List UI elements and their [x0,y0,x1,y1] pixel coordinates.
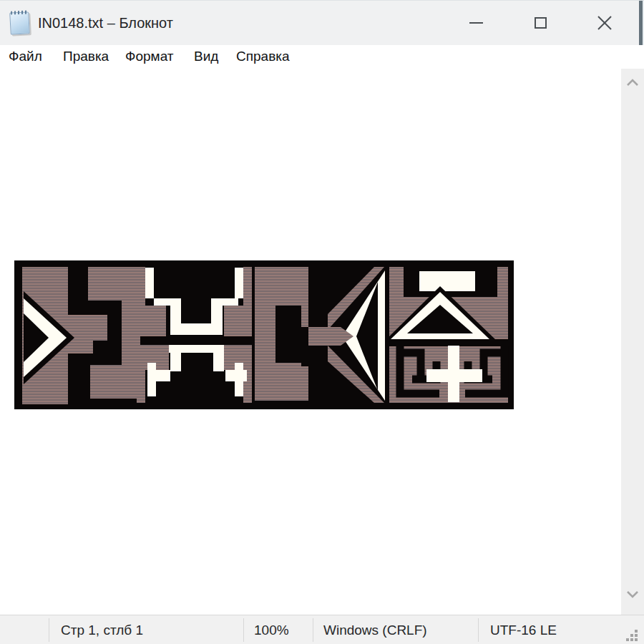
notepad-window: IN0148.txt – Блокнот Файл Правка Формат … [0,0,644,644]
status-divider [478,618,479,642]
status-divider [243,618,244,642]
titlebar[interactable]: IN0148.txt – Блокнот [0,1,644,45]
status-divider [313,618,313,642]
chevron-up-icon [626,79,639,87]
minimize-button[interactable] [444,1,508,45]
status-cursor-position: Стр 1, стлб 1 [61,615,143,644]
status-zoom-level: 100% [254,615,289,644]
close-button[interactable] [572,1,637,45]
menu-help[interactable]: Справка [235,45,291,69]
window-title: IN0148.txt – Блокнот [38,15,173,31]
resize-grip-icon[interactable] [625,629,639,643]
maximize-button[interactable] [508,1,572,45]
window-controls [444,1,637,45]
status-encoding: UTF-16 LE [490,615,557,644]
vertical-scrollbar[interactable] [621,69,644,615]
menu-edit[interactable]: Правка [62,45,110,69]
close-icon [597,16,612,30]
scroll-down-button[interactable] [621,582,644,606]
maximize-icon [535,17,547,29]
chevron-down-icon [626,590,639,598]
menubar: Файл Правка Формат Вид Справка [0,45,644,69]
status-line-ending: Windows (CRLF) [323,615,427,644]
scroll-up-button[interactable] [621,70,644,94]
menu-file[interactable]: Файл [7,45,44,69]
menu-format[interactable]: Формат [124,45,175,69]
minimize-icon [469,22,483,24]
notepad-app-icon [9,11,30,34]
menu-view[interactable]: Вид [192,45,220,69]
ascii-art-image [14,260,514,409]
status-divider [49,618,49,642]
text-edit-area[interactable] [0,69,621,615]
statusbar: Стр 1, стлб 1 100% Windows (CRLF) UTF-16… [0,615,644,644]
